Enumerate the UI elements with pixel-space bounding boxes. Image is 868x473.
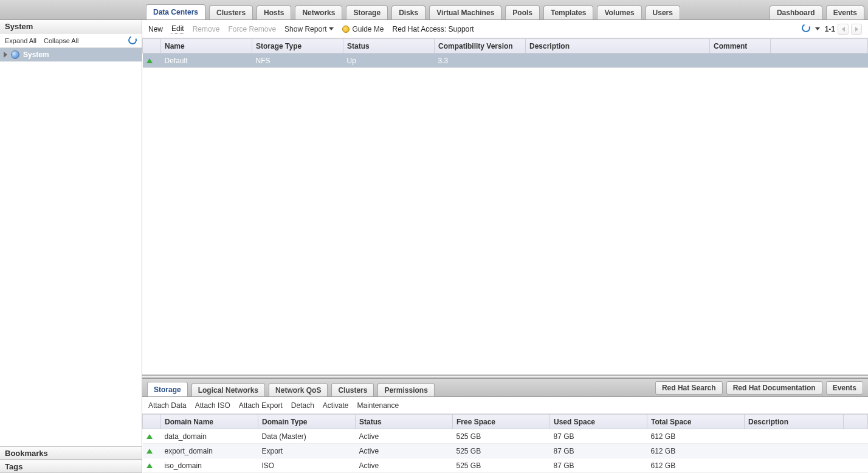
refresh-icon [127, 35, 138, 46]
sub-tab-permissions[interactable]: Permissions [377, 383, 434, 396]
table-header-row: Domain Name Domain Type Status Free Spac… [143, 415, 868, 429]
status-up-icon [146, 58, 153, 63]
page-next-button[interactable] [851, 24, 862, 35]
globe-icon [11, 50, 19, 59]
sidebar-system-header[interactable]: System [0, 20, 142, 33]
expand-all-link[interactable]: Expand All [5, 37, 36, 44]
table-row[interactable]: iso_domain ISO Active 525 GB 87 GB 612 G… [143, 458, 868, 473]
show-report-dropdown[interactable]: Show Report [284, 25, 334, 33]
tree-panel: System [0, 48, 142, 446]
col-used-space[interactable]: Used Space [550, 415, 647, 429]
tab-templates[interactable]: Templates [543, 5, 593, 19]
status-up-icon [146, 463, 153, 468]
cell-status: Active [356, 458, 453, 473]
col-description[interactable]: Description [745, 415, 844, 429]
tree-node-system[interactable]: System [0, 48, 142, 61]
tab-disks[interactable]: Disks [391, 5, 425, 19]
redhat-documentation-button[interactable]: Red Hat Documentation [726, 381, 822, 395]
table-row[interactable]: Default NFS Up 3.3 [143, 54, 868, 68]
tab-virtual-machines[interactable]: Virtual Machines [429, 5, 501, 19]
col-status[interactable]: Status [356, 415, 453, 429]
page-prev-button[interactable] [838, 24, 849, 35]
tab-volumes[interactable]: Volumes [597, 5, 641, 19]
lightbulb-icon [342, 26, 350, 33]
col-comment[interactable]: Comment [710, 39, 771, 54]
tab-networks[interactable]: Networks [295, 5, 342, 19]
data-centers-table: Name Storage Type Status Compatibility V… [142, 38, 868, 68]
cell-used-space: 87 GB [550, 458, 647, 473]
col-description[interactable]: Description [526, 39, 710, 54]
col-domain-type[interactable]: Domain Type [258, 415, 356, 429]
redhat-access-link[interactable]: Red Hat Access: Support [393, 25, 474, 33]
new-button[interactable]: New [148, 25, 163, 33]
tab-storage[interactable]: Storage [346, 5, 388, 19]
toolbar-refresh-button[interactable] [802, 24, 810, 34]
attach-export-button[interactable]: Attach Export [239, 401, 283, 410]
tab-hosts[interactable]: Hosts [257, 5, 291, 19]
main-tab-bar: Data Centers Clusters Hosts Networks Sto… [0, 0, 868, 20]
col-domain-name[interactable]: Domain Name [161, 415, 258, 429]
table-row[interactable]: export_domain Export Active 525 GB 87 GB… [143, 444, 868, 458]
remove-button[interactable]: Remove [193, 25, 220, 33]
cell-status: Active [356, 429, 453, 444]
cell-description [745, 444, 844, 458]
tab-data-centers[interactable]: Data Centers [146, 4, 205, 19]
redhat-search-button[interactable]: Red Hat Search [655, 381, 723, 395]
tab-pools[interactable]: Pools [505, 5, 540, 19]
attach-iso-button[interactable]: Attach ISO [195, 401, 230, 410]
table-header-row: Name Storage Type Status Compatibility V… [143, 39, 868, 54]
tab-users[interactable]: Users [646, 5, 680, 19]
edit-button[interactable]: Edit [171, 24, 184, 33]
maintenance-button[interactable]: Maintenance [357, 401, 399, 410]
cell-used-space: 87 GB [550, 444, 647, 458]
cell-used-space: 87 GB [550, 429, 647, 444]
sidebar-tags-header[interactable]: Tags [0, 460, 142, 473]
cell-name: Default [161, 54, 252, 68]
sub-tab-storage[interactable]: Storage [147, 382, 188, 396]
col-free-space[interactable]: Free Space [453, 415, 550, 429]
col-empty [844, 415, 868, 429]
cell-domain-type: Data (Master) [258, 429, 356, 444]
table-row[interactable]: data_domain Data (Master) Active 525 GB … [143, 429, 868, 444]
attach-data-button[interactable]: Attach Data [148, 401, 187, 410]
cell-domain-name: data_domain [161, 429, 258, 444]
col-status[interactable]: Status [343, 39, 435, 54]
sub-tab-clusters[interactable]: Clusters [331, 383, 374, 396]
tree-refresh-button[interactable] [128, 36, 137, 46]
col-compat-version[interactable]: Compatibility Version [435, 39, 526, 54]
main-toolbar: New Edit Remove Force Remove Show Report… [142, 20, 868, 38]
cell-description [526, 54, 710, 68]
guide-me-button[interactable]: Guide Me [342, 25, 384, 33]
tab-dashboard[interactable]: Dashboard [770, 5, 822, 19]
cell-comment [710, 54, 771, 68]
cell-total-space: 612 GB [647, 429, 745, 444]
expand-arrow-icon [4, 52, 7, 58]
detach-button[interactable]: Detach [291, 401, 314, 410]
show-report-label: Show Report [284, 25, 326, 33]
sub-tab-logical-networks[interactable]: Logical Networks [191, 383, 265, 396]
force-remove-button[interactable]: Force Remove [228, 25, 276, 33]
cell-free-space: 525 GB [453, 429, 550, 444]
cell-total-space: 612 GB [647, 444, 745, 458]
col-status-icon[interactable] [143, 415, 161, 429]
status-up-icon [146, 434, 153, 439]
col-storage-type[interactable]: Storage Type [252, 39, 343, 54]
cell-domain-type: Export [258, 444, 356, 458]
tab-events[interactable]: Events [826, 5, 864, 19]
tab-clusters[interactable]: Clusters [209, 5, 253, 19]
chevron-left-icon [842, 27, 845, 32]
col-total-space[interactable]: Total Space [647, 415, 745, 429]
collapse-all-link[interactable]: Collapse All [44, 37, 78, 44]
sub-tab-bar: Storage Logical Networks Network QoS Clu… [142, 379, 868, 397]
activate-button[interactable]: Activate [323, 401, 349, 410]
events-button[interactable]: Events [826, 381, 863, 395]
cell-free-space: 525 GB [453, 458, 550, 473]
refresh-dropdown-icon[interactable] [815, 27, 820, 30]
main-panel: New Edit Remove Force Remove Show Report… [142, 20, 868, 473]
sub-tab-network-qos[interactable]: Network QoS [269, 383, 328, 396]
caret-down-icon [329, 27, 334, 30]
sidebar-bookmarks-header[interactable]: Bookmarks [0, 446, 142, 460]
storage-domains-table: Domain Name Domain Type Status Free Spac… [142, 414, 868, 473]
col-status-icon[interactable] [143, 39, 161, 54]
col-name[interactable]: Name [161, 39, 252, 54]
